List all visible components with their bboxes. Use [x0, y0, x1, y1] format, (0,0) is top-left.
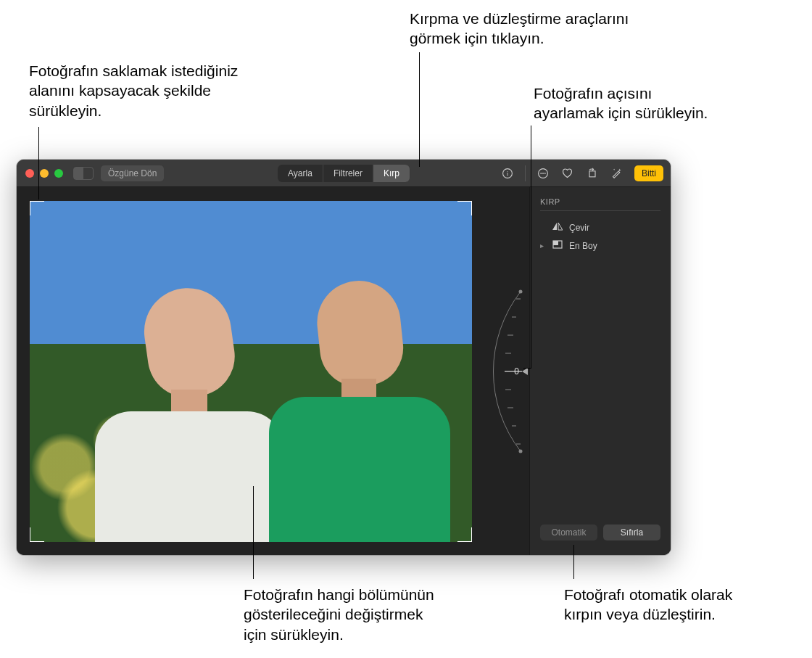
callout-move-drag: Fotoğrafın hangi bölümünün gösterileceği… — [244, 585, 519, 644]
reset-crop-button[interactable]: Sıfırla — [603, 525, 660, 540]
photo-crop-frame[interactable] — [30, 201, 472, 542]
tab-adjust[interactable]: Ayarla — [278, 165, 323, 182]
close-window-icon[interactable] — [25, 169, 34, 178]
svg-text:i: i — [507, 170, 509, 177]
svg-point-17 — [519, 449, 523, 453]
crop-sidebar: KIRP Çevir ▸ En Boy Otomatik Sıfırla — [529, 187, 671, 555]
callout-line — [253, 486, 254, 579]
aspect-label: En Boy — [569, 241, 597, 251]
dial-value: 0 — [514, 366, 519, 377]
revert-button[interactable]: Özgüne Dön — [101, 165, 164, 181]
callout-auto-crop: Fotoğrafı otomatik olarak kırpın veya dü… — [564, 585, 796, 625]
chevron-right-icon: ▸ — [540, 242, 546, 250]
divider — [525, 165, 526, 181]
favorite-icon[interactable] — [560, 166, 575, 181]
photos-edit-window: Özgüne Dön Ayarla Filtreler Kırp i Bit — [17, 160, 671, 555]
dial-pointer-icon — [522, 368, 528, 375]
done-button[interactable]: Bitti — [634, 165, 663, 181]
callout-crop-tools: Kırpma ve düzleştirme araçlarını görmek … — [410, 9, 714, 49]
flip-row[interactable]: Çevir — [540, 218, 660, 237]
minimize-window-icon[interactable] — [40, 169, 49, 178]
photo-subject — [269, 244, 450, 542]
photo-subject — [95, 244, 283, 542]
crop-handle-bl[interactable] — [30, 527, 44, 542]
auto-crop-button[interactable]: Otomatik — [540, 525, 597, 540]
more-icon[interactable] — [536, 166, 550, 181]
window-controls — [25, 169, 63, 178]
callout-drag-area: Fotoğrafın saklamak istediğiniz alanını … — [29, 61, 304, 120]
tab-filters[interactable]: Filtreler — [323, 165, 373, 182]
toolbar-right: i Bitti — [500, 165, 663, 181]
fullscreen-window-icon[interactable] — [54, 169, 63, 178]
svg-rect-6 — [589, 170, 595, 176]
callout-line — [523, 368, 531, 369]
rotate-icon[interactable] — [585, 166, 600, 181]
titlebar: Özgüne Dön Ayarla Filtreler Kırp i Bit — [17, 160, 671, 187]
info-icon[interactable]: i — [500, 166, 515, 181]
straighten-dial[interactable]: 0 — [486, 277, 529, 466]
callout-line — [38, 127, 39, 200]
callout-angle-drag: Fotoğrafın açısını ayarlamak için sürükl… — [534, 83, 795, 123]
callout-line — [419, 52, 420, 167]
compare-original-button[interactable] — [73, 167, 94, 180]
sidebar-title: KIRP — [540, 197, 660, 211]
crop-handle-br[interactable] — [457, 527, 472, 542]
crop-handle-tl[interactable] — [30, 201, 44, 215]
aspect-row[interactable]: ▸ En Boy — [540, 237, 660, 255]
auto-enhance-icon[interactable] — [610, 166, 624, 181]
aspect-icon — [552, 240, 563, 251]
flip-icon — [552, 222, 563, 233]
svg-point-4 — [542, 173, 544, 174]
tab-crop[interactable]: Kırp — [373, 165, 410, 182]
edit-mode-tabs: Ayarla Filtreler Kırp — [278, 165, 410, 182]
svg-point-16 — [519, 289, 523, 293]
svg-point-5 — [544, 173, 546, 174]
callout-line — [573, 545, 574, 579]
svg-rect-19 — [553, 241, 558, 245]
canvas-area: 0 — [17, 187, 529, 555]
callout-line — [531, 126, 531, 369]
crop-handle-tr[interactable] — [457, 201, 472, 215]
flip-label: Çevir — [569, 223, 589, 233]
window-body: 0 KIRP Çevir ▸ En Boy Otomatik — [17, 187, 671, 555]
sidebar-bottom: Otomatik Sıfırla — [540, 525, 660, 540]
svg-point-3 — [540, 173, 542, 174]
